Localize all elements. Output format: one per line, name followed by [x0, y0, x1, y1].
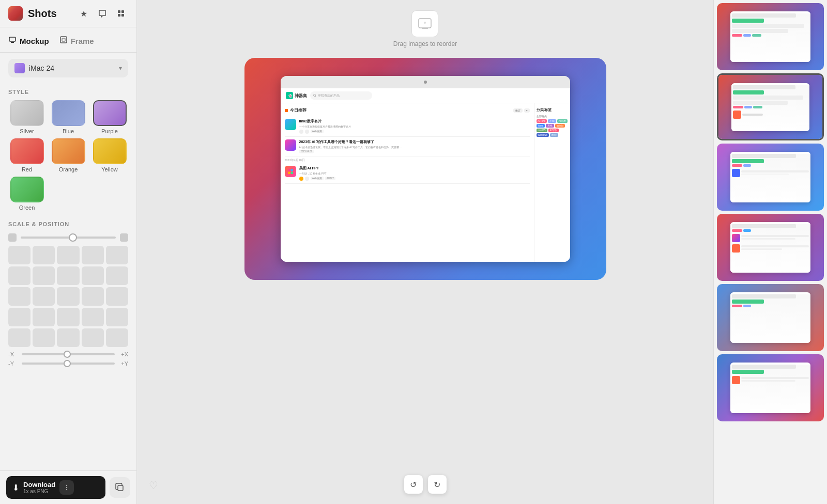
- slide-thumb-2[interactable]: [717, 73, 824, 140]
- heart-button[interactable]: ♡: [145, 477, 162, 494]
- pos-cell-11[interactable]: [8, 287, 30, 306]
- scale-slider-thumb[interactable]: [69, 233, 77, 242]
- pos-cell-4[interactable]: [82, 246, 104, 264]
- grid-icon[interactable]: [114, 6, 128, 21]
- pos-cell-3[interactable]: [57, 246, 79, 264]
- thumb-tags: [732, 34, 809, 37]
- imac-camera: [424, 81, 427, 84]
- card-meta-3: Web应用 AI PPT: [299, 177, 530, 181]
- thumb-bar: [733, 96, 803, 100]
- pos-cell-25[interactable]: [106, 328, 128, 347]
- svg-point-17: [313, 94, 315, 97]
- pos-cell-10[interactable]: [106, 266, 128, 285]
- tab-frame[interactable]: Frame: [59, 34, 94, 48]
- color-swatch-blue[interactable]: Blue: [50, 100, 87, 134]
- slide-screen-2: [731, 83, 809, 131]
- undo-button[interactable]: ↺: [404, 475, 423, 494]
- swatch-purple: [93, 100, 127, 126]
- webpage-logo: 👻 神器集: [286, 92, 307, 99]
- frame-tab-label: Frame: [71, 37, 94, 45]
- slide-bg-3: [717, 144, 824, 211]
- swatch-label-orange: Orange: [59, 166, 78, 172]
- pos-cell-22[interactable]: [33, 328, 55, 347]
- thumb-bar: [732, 13, 796, 18]
- card-meta-1: Web应用: [299, 130, 530, 134]
- pos-cell-14[interactable]: [82, 287, 104, 306]
- y-axis-track[interactable]: [22, 363, 115, 365]
- badge-1: 推订: [513, 108, 523, 113]
- color-swatch-purple[interactable]: Purple: [91, 100, 128, 134]
- pos-cell-1[interactable]: [8, 246, 30, 264]
- pos-cell-2[interactable]: [33, 246, 55, 264]
- copy-button[interactable]: [110, 477, 130, 498]
- scale-slider-track[interactable]: [21, 237, 116, 239]
- pos-cell-5[interactable]: [106, 246, 128, 264]
- color-swatch-green[interactable]: Green: [8, 177, 45, 211]
- pos-cell-17[interactable]: [33, 308, 55, 326]
- color-swatch-orange[interactable]: Orange: [50, 138, 87, 172]
- thumb-tags: [732, 164, 809, 167]
- pos-cell-15[interactable]: [106, 287, 128, 306]
- sidebar: Shots ★: [0, 0, 137, 504]
- download-text: Download 1x as PNG: [23, 481, 55, 494]
- pos-cell-9[interactable]: [82, 266, 104, 285]
- webpage-search-bar: 寻找喜欢的产品: [310, 91, 372, 100]
- y-axis-thumb[interactable]: [64, 360, 71, 367]
- card-desc-1: 一个分享在通知提案片方看没沸腾的数字名片: [299, 125, 530, 129]
- pos-cell-21[interactable]: [8, 328, 30, 347]
- pos-cell-6[interactable]: [8, 266, 30, 285]
- download-options-button[interactable]: [59, 480, 74, 495]
- color-swatch-yellow[interactable]: Yellow: [91, 138, 128, 172]
- thumb-bar: [732, 19, 764, 23]
- pos-cell-12[interactable]: [33, 287, 55, 306]
- pos-cell-8[interactable]: [57, 266, 79, 285]
- pos-cell-24[interactable]: [82, 328, 104, 347]
- search-placeholder-text: 寻找喜欢的产品: [318, 93, 340, 98]
- webpage-logo-text: 神器集: [295, 93, 307, 99]
- slide-screen-1: [730, 11, 810, 62]
- card-title-1: link2数字名片: [299, 119, 530, 124]
- card-icon-1: [285, 119, 296, 130]
- slide-bg-4: [717, 214, 824, 281]
- tab-mockup[interactable]: Mockup: [8, 34, 49, 48]
- pos-cell-20[interactable]: [106, 308, 128, 326]
- drag-area: Drag images to reorder: [393, 10, 457, 48]
- pos-cell-18[interactable]: [57, 308, 79, 326]
- device-selector[interactable]: iMac 24 ▾: [8, 59, 128, 77]
- color-swatch-silver[interactable]: Silver: [8, 100, 45, 134]
- slide-bg-5: [717, 284, 824, 351]
- date-section-label: 2023年4月18日: [285, 159, 530, 162]
- pos-cell-7[interactable]: [33, 266, 55, 285]
- thumb-bar: [732, 154, 796, 158]
- color-swatch-red[interactable]: Red: [8, 138, 45, 172]
- slide-thumb-3[interactable]: [717, 144, 824, 211]
- redo-button[interactable]: ↻: [428, 475, 447, 494]
- pos-cell-19[interactable]: [82, 308, 104, 326]
- download-label: Download: [23, 481, 55, 489]
- today-section-header: 今日推荐 推订 ▾: [285, 107, 530, 113]
- slide-thumb-1[interactable]: [717, 3, 824, 70]
- pos-cell-13[interactable]: [57, 287, 79, 306]
- slide-thumb-5[interactable]: [717, 284, 824, 351]
- x-axis-thumb[interactable]: [64, 351, 71, 358]
- thumb-bar: [733, 101, 788, 105]
- pos-cell-23[interactable]: [57, 328, 79, 347]
- webpage-nav: 👻 神器集 寻找喜欢的产品: [281, 88, 570, 103]
- x-axis-row: -X +X: [8, 351, 128, 357]
- imac-screen-bezel: 👻 神器集 寻找喜欢的产品: [281, 76, 570, 262]
- pos-cell-16[interactable]: [8, 308, 30, 326]
- slide-thumb-6[interactable]: [717, 354, 824, 421]
- mode-tabs: Mockup Frame: [0, 27, 136, 53]
- swatch-label-yellow: Yellow: [101, 166, 117, 172]
- x-axis-track[interactable]: [22, 353, 115, 355]
- card-title-2: 2023年 AI 写作工具哪个好用？看这一篇就够了: [299, 139, 530, 145]
- card-text-3: 美图 AI PPT 一句话，10 秒生成 PPT Web应用 AI PPT: [299, 166, 530, 181]
- message-icon[interactable]: [95, 6, 110, 21]
- star-icon[interactable]: ★: [76, 6, 91, 21]
- swatch-yellow: [93, 138, 127, 164]
- thumb-tags: [732, 305, 809, 307]
- y-positive-label: +Y: [118, 360, 128, 367]
- slide-thumb-4[interactable]: [717, 214, 824, 281]
- download-button[interactable]: ⬇ Download 1x as PNG: [6, 476, 105, 499]
- mockup-tab-label: Mockup: [20, 37, 49, 45]
